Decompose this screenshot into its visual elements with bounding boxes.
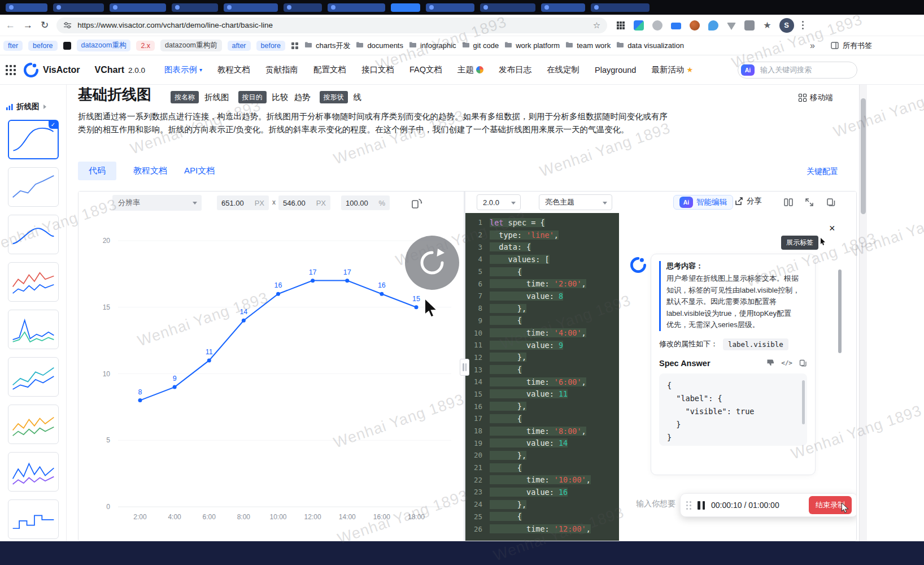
bookmark-folder[interactable]: charts开发 [304,41,350,51]
theme-select[interactable]: 亮色主题 [539,194,612,210]
site-search[interactable]: Ai [738,62,857,79]
browser-tab[interactable] [110,3,166,12]
code-line[interactable]: 14 time: '6:00', [465,376,619,388]
extension-icon[interactable] [727,23,736,30]
scrollbar-thumb[interactable] [802,380,805,424]
nav-item-9[interactable]: Playground [595,66,636,75]
code-line[interactable]: 20 }, [465,449,619,462]
height-field[interactable]: 546.00 PX [278,195,330,210]
browser-tab[interactable] [426,3,474,12]
reload-overlay-button[interactable] [405,236,459,290]
bookmark-star-icon[interactable]: ☆ [593,20,600,31]
tab-api-doc[interactable]: API文档 [184,166,215,176]
code-line[interactable]: 7 value: 8 [465,290,619,302]
code-line[interactable]: 11 value: 9 [465,339,619,351]
bookmark-item[interactable]: before [28,41,57,51]
ai-scrollbar-thumb[interactable] [838,270,842,353]
tag-value[interactable]: 比较 [272,92,289,103]
sidebar-section-header[interactable]: 折线图 [0,102,66,120]
browser-tab[interactable] [53,3,104,12]
bookmark-folder[interactable]: git code [462,41,499,50]
modified-property-chip[interactable]: label.visible [723,338,788,350]
copy-icon[interactable] [799,359,807,367]
chart-thumbnail[interactable] [8,215,59,254]
bookmark-item[interactable]: fter [3,41,23,51]
nav-item-3[interactable]: 配置文档 [313,64,346,75]
code-line[interactable]: 25 { [465,511,619,523]
extension-grid-icon[interactable] [616,21,625,30]
page-scrollbar-thumb[interactable] [861,98,866,214]
chart-thumbnail[interactable] [8,167,59,207]
nav-item-5[interactable]: FAQ文档 [409,64,442,75]
nav-item-7[interactable]: 发布日志 [499,64,531,75]
product[interactable]: VChart 2.0.0 [95,65,145,75]
nav-item-2[interactable]: 贡献指南 [265,64,298,75]
search-input[interactable] [759,65,861,75]
code-line[interactable]: 3 data: { [465,241,619,253]
browser-tab[interactable] [6,3,47,12]
forward-icon[interactable]: → [23,20,33,31]
browser-tab[interactable] [224,3,278,12]
url-field[interactable]: https://www.visactor.com/vchart/demo/lin… [56,18,607,33]
browser-tab[interactable] [591,3,650,12]
code-line[interactable]: 18 time: '8:00', [465,425,619,437]
chart-thumbnail[interactable]: ✓ [8,120,59,159]
extension-icon[interactable] [634,20,644,31]
code-line[interactable]: 5 { [465,266,619,278]
chart-thumbnail[interactable] [8,310,59,349]
code-editor[interactable]: 1let spec = {2 type: 'line',3 data: {4 v… [465,213,619,541]
extension-icon[interactable]: ★ [763,20,771,31]
copy-icon[interactable] [825,197,836,208]
grid-icon[interactable] [291,42,299,50]
resolution-select[interactable]: 分辨率 [112,195,202,211]
bookmark-item[interactable]: datazoom重构前 [160,40,221,51]
profile-avatar[interactable]: S [779,18,794,33]
ai-edit-button[interactable]: Ai 智能编辑 [673,195,733,210]
extension-icon[interactable] [671,23,681,29]
chart-thumbnail[interactable] [8,499,59,539]
code-line[interactable]: 16 }, [465,400,619,412]
chart-thumbnail[interactable] [8,452,59,492]
version-select[interactable]: 2.0.0 [477,194,521,210]
code-line[interactable]: 10 time: '4:00', [465,327,619,339]
fullscreen-icon[interactable] [804,197,815,208]
tag-value[interactable]: 趋势 [294,92,311,103]
code-icon[interactable]: </> [781,359,792,367]
extensions-puzzle-icon[interactable] [744,20,755,31]
nav-item-6[interactable]: 主题 [457,64,483,75]
bookmark-folder[interactable]: infographic [409,41,456,50]
nav-item-1[interactable]: 教程文档 [217,64,250,75]
dark-square-icon[interactable] [63,42,71,50]
browser-tab[interactable] [480,3,535,12]
chart-thumbnail[interactable] [8,262,59,302]
url-text[interactable]: https://www.visactor.com/vchart/demo/lin… [77,21,593,29]
bookmark-folder[interactable]: team work [565,41,611,50]
browser-tab[interactable] [172,3,218,12]
code-line[interactable]: 21 { [465,462,619,474]
browser-tab-active[interactable] [391,3,420,12]
page-scrollbar[interactable] [859,85,867,541]
browser-tab[interactable] [541,3,585,12]
extension-icon[interactable] [652,20,663,31]
width-field[interactable]: 651.00 PX [217,195,269,210]
key-config-link[interactable]: 关键配置 [807,167,838,177]
bookmark-folder[interactable]: documents [356,41,403,50]
chart-thumbnail[interactable] [8,405,59,444]
code-line[interactable]: 22 time: '10:00', [465,473,619,486]
nav-item-4[interactable]: 接口文档 [361,64,394,75]
code-line[interactable]: 15 value: 11 [465,388,619,401]
code-line[interactable]: 4 values: [ [465,253,619,266]
code-line[interactable]: 9 { [465,315,619,327]
ai-chip[interactable]: 展示标签 [781,236,818,250]
brand[interactable]: VisActor [24,63,80,77]
tab-tutorial-doc[interactable]: 教程文档 [133,166,167,176]
bookmark-item[interactable]: after [228,41,251,51]
share-button[interactable]: 分享 [735,196,762,206]
pause-icon[interactable] [698,501,705,510]
answer-code-block[interactable]: { "label": { "visible": true }} [659,373,807,446]
splitter-handle-icon[interactable] [460,359,469,376]
code-line[interactable]: 23 value: 16 [465,486,619,498]
browser-menu-icon[interactable] [802,21,804,30]
back-icon[interactable]: ← [6,20,15,31]
nav-item-8[interactable]: 在线定制 [547,64,579,75]
